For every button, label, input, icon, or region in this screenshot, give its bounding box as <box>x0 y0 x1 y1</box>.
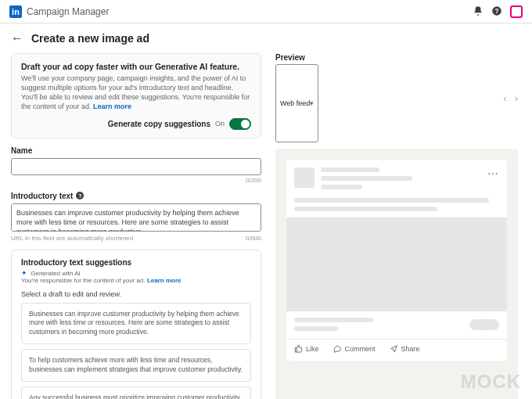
banner-title: Draft your ad copy faster with our Gener… <box>21 62 251 71</box>
suggestions-help: Select a draft to edit and review. <box>21 290 251 298</box>
chevron-down-icon: ▾ <box>310 99 314 107</box>
suggestion-card[interactable]: Businesses can improve customer producti… <box>21 303 251 345</box>
name-input[interactable] <box>11 158 261 175</box>
suggestions-panel: Introductory text suggestions ✦ Generate… <box>11 250 261 399</box>
like-button[interactable]: Like <box>294 344 319 353</box>
cta-skeleton <box>469 319 499 330</box>
more-icon[interactable]: ⋯ <box>487 167 499 180</box>
bell-icon[interactable] <box>473 5 483 18</box>
intro-helper: URL in this field are automatically shor… <box>11 235 133 242</box>
name-label: Name <box>11 146 261 155</box>
suggestion-card[interactable]: To help customers achieve more with less… <box>21 349 251 382</box>
toggle-state: On <box>215 120 225 128</box>
ai-sparkle-icon: ✦ <box>21 269 27 277</box>
suggestion-card[interactable]: Any successful business must prioritize … <box>21 386 251 399</box>
ai-banner: Draft your ad copy faster with our Gener… <box>11 53 261 138</box>
product-name: Campaign Manager <box>27 6 109 17</box>
prev-arrow-icon[interactable]: ‹ <box>503 92 506 104</box>
banner-body: We'll use your company page, campaign in… <box>21 74 251 112</box>
intro-text-input[interactable] <box>11 203 261 232</box>
comment-button[interactable]: Comment <box>333 344 376 353</box>
share-button[interactable]: Share <box>390 344 420 353</box>
banner-learn-more-link[interactable]: Learn more <box>93 102 131 110</box>
app-switcher-icon[interactable] <box>510 5 523 18</box>
suggestions-meta-body: You're responsible for the content of yo… <box>21 277 146 284</box>
image-skeleton <box>286 217 507 311</box>
name-counter: 0/200 <box>11 177 261 184</box>
back-arrow-icon[interactable]: ← <box>11 31 23 45</box>
preview-select[interactable]: Web feed ▾ <box>275 64 318 142</box>
suggestions-meta-prefix: Generated with AI <box>31 270 81 277</box>
suggestions-learn-more-link[interactable]: Learn more <box>147 277 182 284</box>
svg-text:?: ? <box>495 7 499 14</box>
watermark: MOCK <box>461 371 521 393</box>
intro-label: Introductory text <box>11 192 73 200</box>
help-icon[interactable]: ? <box>491 5 502 18</box>
intro-counter: 0/600 <box>246 235 261 242</box>
suggestions-title: Introductory text suggestions <box>21 258 251 267</box>
ad-preview-card: ⋯ Like <box>286 160 507 361</box>
preview-label: Preview <box>275 53 318 62</box>
page-title: Create a new image ad <box>31 32 149 45</box>
info-icon[interactable]: ? <box>76 192 84 200</box>
preview-stage: ⋯ Like <box>275 149 518 399</box>
avatar-skeleton <box>294 167 315 188</box>
next-arrow-icon[interactable]: › <box>515 92 518 104</box>
toggle-label: Generate copy suggestions <box>108 120 210 128</box>
linkedin-logo: in <box>9 5 22 18</box>
generate-copy-toggle[interactable] <box>229 118 251 130</box>
